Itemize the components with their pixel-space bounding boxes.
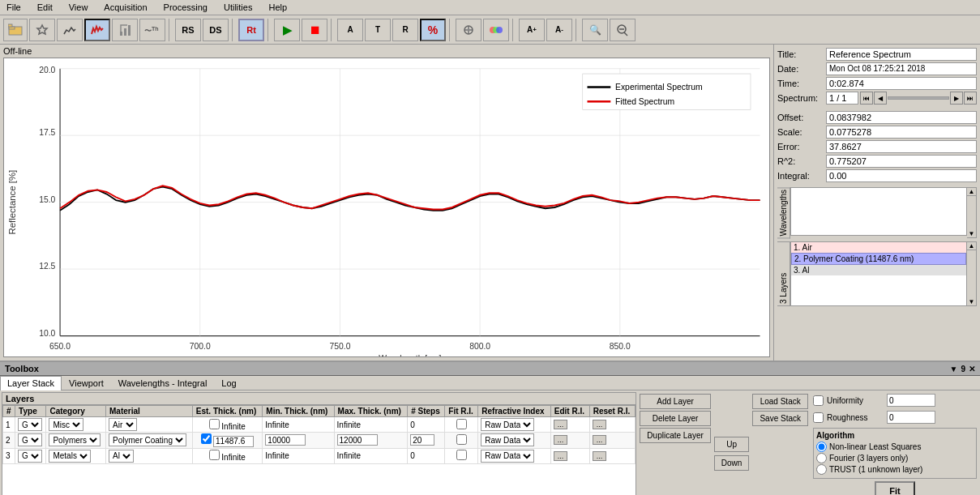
tab-viewport[interactable]: Viewport [62,376,111,390]
toolbox-close[interactable]: ✕ [969,365,975,373]
wave-button[interactable]: 〜Th [139,19,165,41]
uniformity-input[interactable] [887,394,935,407]
menu-file[interactable]: File [3,2,24,13]
add-layer-button[interactable]: Add Layer [640,394,710,409]
arrow-button[interactable] [112,19,138,41]
steps-input[interactable] [410,434,434,446]
font-decrease-button[interactable]: A- [546,19,572,41]
table-row: 1 G Misc Air Infinite Infinite Infinite … [3,417,636,433]
nav-last[interactable]: ⏭ [964,92,977,105]
down-button[interactable]: Down [714,455,750,471]
rt-label: Rt [246,25,256,35]
up-button[interactable]: Up [714,437,750,452]
material-select-3[interactable]: Al [109,450,134,463]
refindex-select[interactable]: Raw Data [481,418,534,431]
tab-layer-stack[interactable]: Layer Stack [0,376,62,390]
nonlinear-radio[interactable] [816,442,827,452]
tool-extra[interactable] [456,19,481,41]
delete-layer-button[interactable]: Delete Layer [640,411,710,426]
toolbox-header: Toolbox ▼ 9 ✕ [0,362,980,376]
fit-ri-cb-2[interactable] [456,434,467,445]
nav-prev[interactable]: ◀ [874,92,887,105]
t-button[interactable]: T [365,19,391,41]
fourier-radio[interactable] [816,453,827,463]
layer-air[interactable]: 1. Air [791,242,966,253]
r-button[interactable]: R [392,19,418,41]
duplicate-layer-button[interactable]: Duplicate Layer [640,428,710,443]
cell-num: 3 [3,448,15,463]
category-select-3[interactable]: Metals [49,450,91,463]
font-increase-button[interactable]: A+ [519,19,545,41]
menu-help[interactable]: Help [265,2,290,13]
scroll-up[interactable]: ▲ [967,188,976,196]
max-thick-input[interactable] [337,434,378,446]
peaks-button[interactable] [57,19,83,41]
fit-ri-cb[interactable] [456,419,467,429]
a-button[interactable]: A [337,19,363,41]
layer-al[interactable]: 3. Al [791,265,966,275]
type-select-2[interactable]: G [18,433,42,446]
roughness-checkbox[interactable] [813,412,824,423]
menu-processing[interactable]: Processing [160,2,211,13]
toolbox-minimize[interactable]: ▼ [950,365,958,373]
reset-ri-btn[interactable]: ... [593,420,607,429]
stop-button[interactable]: ⏹ [302,19,327,41]
edit-ri-btn-3[interactable]: ... [554,451,568,461]
layers-table-container[interactable]: # Type Category Material Est. Thick. (nm… [2,404,636,495]
tab-log[interactable]: Log [214,376,243,390]
nav-controls: ⏮ ◀ ▶ ⏭ [860,92,977,105]
load-stack-button[interactable]: Load Stack [752,394,808,409]
roughness-input[interactable] [887,411,935,424]
cell-num: 1 [3,417,15,433]
material-select-2[interactable]: Polymer Coating [109,433,186,446]
rt-button[interactable]: Rt [238,19,264,41]
refindex-select-3[interactable]: Raw Data [481,450,534,463]
nav-first[interactable]: ⏮ [860,92,873,105]
spectrum-button[interactable] [84,19,110,41]
menu-utilities[interactable]: Utilities [220,2,255,13]
type-select[interactable]: G [18,418,42,431]
nav-next[interactable]: ▶ [950,92,963,105]
percent-button[interactable]: % [420,19,446,41]
zoom-in-button[interactable]: 🔍 [582,19,608,41]
layers-scroll-down[interactable]: ▼ [967,298,976,305]
save-stack-button[interactable]: Save Stack [752,411,808,426]
layers-scroll-up[interactable]: ▲ [967,242,976,250]
menu-view[interactable]: View [66,2,92,13]
est-thick-input[interactable] [213,436,254,447]
est-thick-cb-2[interactable] [201,433,212,444]
material-select[interactable]: Air [109,418,137,431]
zoom-out-button[interactable] [610,19,636,41]
category-select-2[interactable]: Polymers [49,433,101,446]
col-max-thick: Max. Thick. (nm) [334,406,408,417]
settings-button[interactable] [29,19,55,41]
est-thick-cb[interactable] [209,419,220,429]
type-select-3[interactable]: G [18,450,42,463]
scroll-down[interactable]: ▼ [967,230,976,237]
edit-ri-btn[interactable]: ... [554,420,568,429]
fit-button[interactable]: Fit [875,481,914,495]
toolbox-header-controls: ▼ 9 ✕ [950,365,975,373]
refindex-select-2[interactable]: Raw Data [481,433,534,446]
edit-ri-btn-2[interactable]: ... [554,435,568,445]
open-button[interactable] [3,19,28,41]
scale-field: Scale: 0.0775278 [777,126,977,139]
toolbox-size[interactable]: 9 [961,365,965,373]
color-button[interactable] [483,19,509,41]
uniformity-checkbox[interactable] [813,395,824,406]
reset-ri-btn-2[interactable]: ... [593,435,607,445]
tab-wavelengths[interactable]: Wavelengths - Integral [111,376,215,390]
menu-edit[interactable]: Edit [34,2,56,13]
rs-button[interactable]: RS [175,19,201,41]
ds-button[interactable]: DS [203,19,229,41]
reset-ri-btn-3[interactable]: ... [593,451,607,461]
menu-acquisition[interactable]: Acquisition [101,2,150,13]
fit-ri-cb-3[interactable] [456,450,467,460]
est-thick-cb-3[interactable] [209,450,220,460]
layer-polymer[interactable]: 2. Polymer Coating (11487.6 nm) [791,253,966,265]
play-button[interactable]: ▶ [274,19,300,41]
min-thick-input[interactable] [265,434,306,446]
trust-radio[interactable] [816,464,827,475]
svg-rect-4 [124,28,126,36]
category-select[interactable]: Misc [49,418,83,431]
